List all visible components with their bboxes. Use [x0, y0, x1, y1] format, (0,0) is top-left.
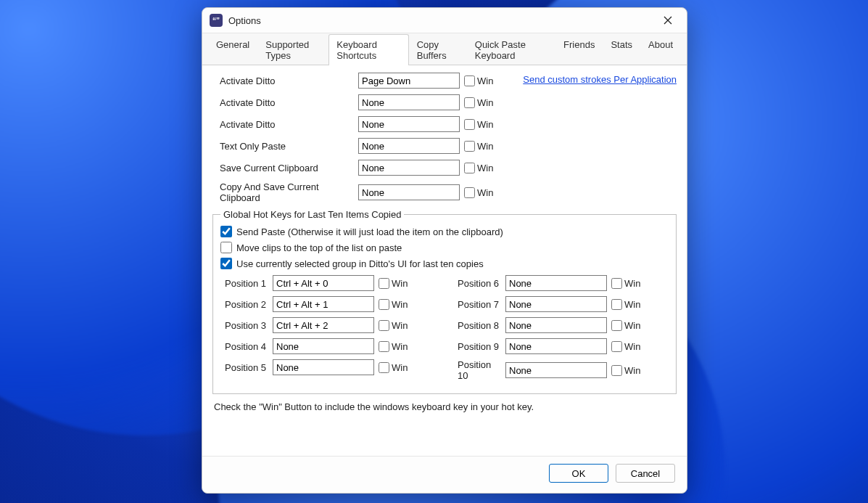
- tab-supported-types[interactable]: Supported Types: [257, 34, 328, 65]
- tab-keyboard-shortcuts[interactable]: Keyboard Shortcuts: [328, 34, 408, 65]
- hotkey-row: Activate DittoWin: [212, 116, 677, 132]
- tab-copy-buffers[interactable]: Copy Buffers: [409, 34, 467, 65]
- move-clips-top-label[interactable]: Move clips to the top of the list on pas…: [236, 242, 402, 253]
- position-row: Position 8Win: [453, 317, 669, 333]
- tab-friends[interactable]: Friends: [555, 34, 603, 65]
- win-checkbox[interactable]: [464, 141, 475, 152]
- position-input[interactable]: [273, 296, 374, 312]
- hotkey-input[interactable]: [358, 138, 460, 154]
- position-label: Position 6: [453, 278, 501, 289]
- win-checkbox-label: Win: [477, 141, 493, 152]
- win-checkbox-label: Win: [477, 75, 493, 86]
- win-checkbox[interactable]: [464, 119, 475, 130]
- win-checkbox-label: Win: [477, 163, 493, 173]
- position-row: Position 3Win: [220, 317, 436, 333]
- hotkey-row: Activate DittoWin: [212, 94, 677, 110]
- win-checkbox[interactable]: [611, 299, 622, 310]
- win-checkbox[interactable]: [464, 75, 475, 86]
- position-input[interactable]: [505, 296, 607, 312]
- dialog-footer: OK Cancel: [202, 456, 687, 493]
- win-checkbox[interactable]: [611, 278, 622, 289]
- hotkey-label: Copy And Save Current Clipboard: [212, 181, 354, 203]
- tab-about[interactable]: About: [640, 34, 681, 65]
- hotkey-input[interactable]: [358, 184, 460, 200]
- send-paste-label[interactable]: Send Paste (Otherwise it will just load …: [236, 226, 503, 237]
- position-label: Position 2: [220, 299, 268, 310]
- win-checkbox-label: Win: [624, 365, 640, 376]
- hotkey-row: Text Only PasteWin: [212, 138, 677, 154]
- position-label: Position 7: [453, 299, 501, 310]
- tab-quick-paste-keyboard[interactable]: Quick Paste Keyboard: [467, 34, 555, 65]
- win-checkbox[interactable]: [379, 278, 389, 289]
- app-icon: “”: [210, 14, 223, 27]
- send-custom-strokes-link[interactable]: Send custom strokes Per Application: [523, 74, 677, 85]
- win-checkbox-label: Win: [624, 278, 640, 289]
- win-checkbox[interactable]: [464, 187, 475, 198]
- position-input[interactable]: [505, 362, 607, 378]
- position-label: Position 4: [220, 341, 268, 352]
- close-button[interactable]: [653, 10, 682, 30]
- win-checkbox-label: Win: [477, 187, 493, 198]
- win-hint-text: Check the "Win" Button to include the wi…: [214, 401, 675, 412]
- tab-stats[interactable]: Stats: [603, 34, 640, 65]
- hotkey-input[interactable]: [358, 160, 460, 176]
- position-label: Position 1: [220, 278, 268, 289]
- win-checkbox-label: Win: [624, 320, 640, 331]
- hotkey-label: Activate Ditto: [212, 97, 354, 108]
- hotkey-row: Save Current ClipboardWin: [212, 160, 677, 176]
- win-checkbox[interactable]: [379, 362, 389, 373]
- global-hotkeys-legend: Global Hot Keys for Last Ten Items Copie…: [220, 209, 404, 220]
- win-checkbox[interactable]: [379, 299, 389, 310]
- position-input[interactable]: [273, 275, 374, 291]
- win-checkbox-label: Win: [624, 299, 640, 310]
- win-checkbox[interactable]: [379, 341, 389, 352]
- close-icon: [664, 16, 672, 25]
- hotkey-input[interactable]: [358, 94, 460, 110]
- hotkey-label: Activate Ditto: [212, 75, 354, 86]
- position-input[interactable]: [505, 317, 607, 333]
- tab-general[interactable]: General: [208, 34, 257, 65]
- win-checkbox[interactable]: [611, 320, 622, 331]
- position-input[interactable]: [505, 275, 607, 291]
- use-selected-group-label[interactable]: Use currently selected group in Ditto's …: [236, 258, 484, 269]
- position-row: Position 4Win: [220, 338, 436, 354]
- use-selected-group-checkbox[interactable]: [220, 258, 232, 269]
- position-input[interactable]: [273, 317, 374, 333]
- win-checkbox-label: Win: [392, 362, 408, 373]
- win-checkbox-label: Win: [392, 278, 408, 289]
- win-checkbox-label: Win: [477, 119, 493, 130]
- send-paste-checkbox[interactable]: [220, 226, 232, 237]
- position-row: Position 1Win: [220, 275, 436, 291]
- global-hotkeys-group: Global Hot Keys for Last Ten Items Copie…: [212, 209, 677, 394]
- win-checkbox[interactable]: [379, 320, 389, 331]
- window-title: Options: [228, 15, 653, 26]
- position-row: Position 7Win: [453, 296, 669, 312]
- position-label: Position 3: [220, 320, 268, 331]
- hotkey-label: Save Current Clipboard: [212, 163, 354, 173]
- hotkey-label: Text Only Paste: [212, 141, 354, 152]
- position-label: Position 8: [453, 320, 501, 331]
- position-input[interactable]: [273, 338, 374, 354]
- hotkey-input[interactable]: [358, 73, 460, 89]
- hotkey-input[interactable]: [358, 116, 460, 132]
- move-clips-top-checkbox[interactable]: [220, 242, 232, 253]
- position-row: Position 2Win: [220, 296, 436, 312]
- position-row: Position 9Win: [453, 338, 669, 354]
- cancel-button[interactable]: Cancel: [616, 464, 675, 483]
- position-input[interactable]: [273, 359, 374, 375]
- position-row: Position 10Win: [453, 359, 669, 381]
- win-checkbox-label: Win: [392, 341, 408, 352]
- win-checkbox[interactable]: [464, 97, 475, 108]
- position-input[interactable]: [505, 338, 607, 354]
- win-checkbox[interactable]: [611, 365, 622, 376]
- position-label: Position 5: [220, 362, 268, 373]
- win-checkbox-label: Win: [477, 97, 493, 108]
- win-checkbox[interactable]: [611, 341, 622, 352]
- position-row: Position 6Win: [453, 275, 669, 291]
- win-checkbox[interactable]: [464, 163, 475, 173]
- titlebar: “” Options: [202, 8, 687, 33]
- win-checkbox-label: Win: [624, 341, 640, 352]
- hotkey-row: Copy And Save Current ClipboardWin: [212, 181, 677, 203]
- ok-button[interactable]: OK: [549, 464, 608, 483]
- win-checkbox-label: Win: [392, 299, 408, 310]
